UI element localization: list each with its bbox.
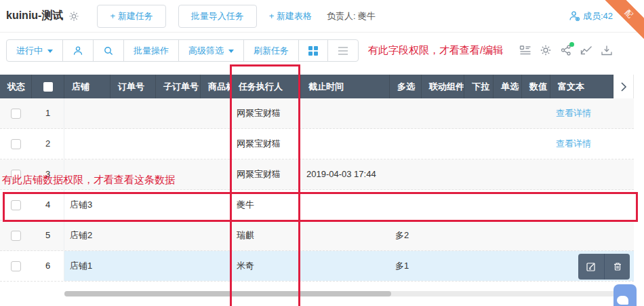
row-action-buttons (578, 254, 630, 280)
grid-view-button[interactable] (298, 40, 327, 61)
column-header-linkage: 联动组件 (422, 75, 464, 98)
batch-actions-button[interactable]: 批量操作 (123, 40, 178, 61)
row-checkbox[interactable] (11, 231, 21, 241)
owner-label: 负责人: 夔牛 (327, 10, 376, 22)
cell-order (110, 221, 156, 250)
cell-order (110, 190, 156, 220)
member-manage-icon (569, 10, 580, 22)
gear-icon[interactable] (540, 44, 552, 56)
cell-deadline (301, 190, 390, 220)
floating-helper-icon[interactable] (613, 284, 637, 306)
cell-single (494, 190, 522, 220)
cell-rich (550, 221, 613, 250)
row-checkbox[interactable] (11, 139, 21, 149)
cell-multi (390, 159, 422, 189)
cell-suborder (156, 190, 201, 220)
cell-linkage (422, 98, 464, 128)
cell-dropdown (464, 190, 494, 220)
cell-tag (201, 190, 231, 220)
batch-actions-label: 批量操作 (134, 45, 169, 57)
cell-executor: 米奇 (231, 251, 301, 281)
cell-multi (390, 129, 422, 159)
row-checkbox[interactable] (11, 261, 21, 271)
status-filter-label: 进行中 (16, 45, 43, 57)
select-all-checkbox[interactable] (43, 82, 53, 92)
cell-num: 6 (32, 251, 64, 281)
cell-numeric (522, 98, 550, 128)
cell-num: 2 (32, 129, 64, 159)
batch-import-button[interactable]: 批量导入任务 (178, 5, 257, 28)
list-view-button[interactable] (327, 40, 358, 61)
corner-ribbon[interactable]: 配 (602, 0, 644, 42)
advanced-filter-dropdown[interactable]: 高级筛选 (178, 40, 243, 61)
field-permission-note: 有此字段权限，才看查看/编辑 (368, 44, 503, 57)
edit-row-button[interactable] (578, 254, 604, 280)
cell-rich (550, 159, 613, 189)
cell-multi: 多2 (390, 221, 422, 250)
new-table-button[interactable]: + 新建表格 (269, 10, 312, 22)
table-settings-icon[interactable] (68, 11, 79, 22)
toolbar-button-group: 进行中 批量操作 高级筛选 刷新任务 (6, 39, 359, 62)
cell-deadline (301, 251, 390, 281)
cell-status (0, 129, 32, 159)
cell-dropdown (464, 98, 494, 128)
column-header-shop: 店铺 (64, 75, 110, 98)
cell-multi (390, 98, 422, 128)
cell-multi (390, 190, 422, 220)
cell-shop (64, 98, 110, 128)
expand-columns-icon (620, 81, 627, 92)
cell-shop: 店铺2 (64, 221, 110, 250)
row-checkbox[interactable] (11, 109, 21, 119)
person-filter-button[interactable] (62, 40, 93, 61)
row-filler (613, 159, 634, 189)
column-header-multi: 多选 (390, 75, 422, 98)
cell-deadline: 2019-04-03 17:44 (301, 159, 390, 189)
cell-executor: 瑞麒 (231, 221, 301, 250)
cell-single (494, 221, 522, 250)
cell-dropdown (464, 251, 494, 281)
cell-executor: 网聚宝财猫 (231, 98, 301, 128)
table-row-1: 1网聚宝财猫查看详情 (0, 98, 634, 129)
cell-deadline (301, 98, 390, 128)
status-filter-dropdown[interactable]: 进行中 (7, 40, 62, 61)
cell-status (0, 251, 32, 281)
horizontal-scrollbar-thumb[interactable] (64, 291, 391, 297)
share-icon[interactable] (560, 44, 572, 56)
horizontal-scrollbar-track[interactable] (64, 291, 630, 297)
advanced-filter-label: 高级筛选 (188, 45, 224, 57)
table-row-6: 6店铺1米奇多1 (0, 251, 634, 282)
view-details-link[interactable]: 查看详情 (556, 108, 591, 118)
notification-dot (569, 42, 574, 47)
cell-suborder (156, 221, 201, 250)
cell-suborder (156, 251, 201, 281)
expand-columns-button[interactable] (613, 75, 634, 98)
refresh-tasks-button[interactable]: 刷新任务 (243, 40, 298, 61)
download-icon[interactable] (601, 44, 613, 56)
table-body: 1网聚宝财猫查看详情2网聚宝财猫查看详情3网聚宝财猫2019-04-03 17:… (0, 98, 634, 282)
column-header-dropdown: 下拉 (464, 75, 494, 98)
column-header-num[interactable] (32, 75, 64, 98)
shop-permission-note: 有此店铺数据权限，才看查看这条数据 (2, 174, 175, 187)
column-header-single: 单选 (494, 75, 522, 98)
column-header-status: 状态 (0, 75, 32, 98)
view-details-link[interactable]: 查看详情 (556, 138, 591, 149)
grid-view-icon (308, 46, 318, 56)
cell-numeric (522, 129, 550, 159)
new-task-button[interactable]: + 新建任务 (97, 5, 165, 28)
cell-linkage (422, 251, 464, 281)
column-header-numeric: 数值 (522, 75, 550, 98)
cell-linkage (422, 129, 464, 159)
column-header-executor: 任务执行人 (231, 75, 301, 98)
row-checkbox[interactable] (11, 200, 21, 210)
search-button[interactable] (93, 40, 123, 61)
delete-row-button[interactable] (604, 254, 630, 280)
cell-tag (201, 159, 231, 189)
search-icon (103, 45, 114, 56)
cell-order (110, 129, 156, 159)
layout-list-icon[interactable] (519, 44, 531, 56)
chart-icon[interactable] (580, 44, 592, 56)
table-header-row: 状态店铺订单号子订单号商品标签任务执行人截止时间多选联动组件下拉单选数值富文本 (0, 75, 634, 98)
cell-single (494, 98, 522, 128)
cell-deadline (301, 221, 390, 250)
cell-rich: 查看详情 (550, 98, 613, 128)
